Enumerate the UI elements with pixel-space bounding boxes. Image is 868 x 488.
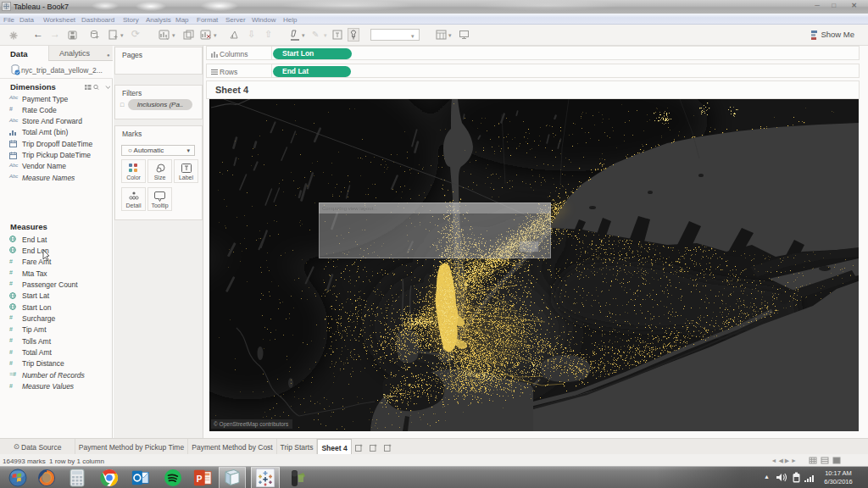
svg-text:Computing view layout...: Computing view layout...	[322, 206, 378, 211]
svg-text:© OpenStreetMap contributors: © OpenStreetMap contributors	[214, 421, 289, 428]
svg-text:P: P	[197, 474, 203, 484]
